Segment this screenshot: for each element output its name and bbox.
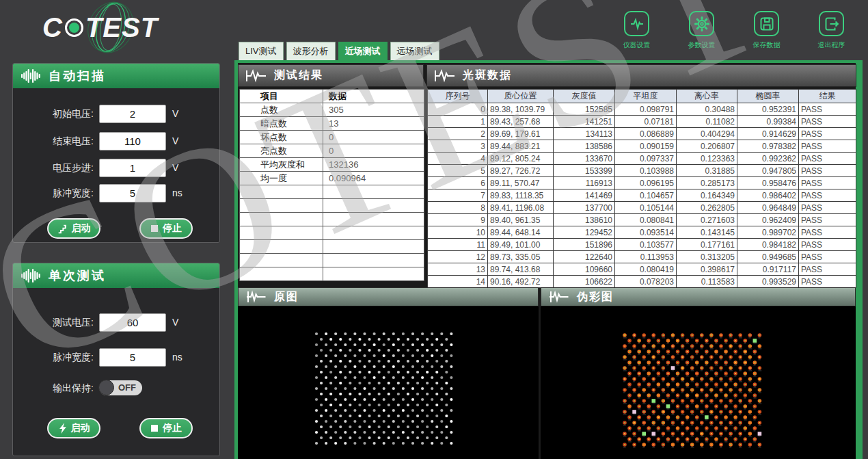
empty-cell <box>240 267 323 281</box>
spot-cell: 0.098791 <box>615 103 677 116</box>
start-label: 启动 <box>71 422 90 434</box>
toolbar-item-gear[interactable]: 参数设置 <box>669 11 734 50</box>
spot-table-row: 1089.44, 648.141294520.0935140.1431450.9… <box>428 226 856 239</box>
spot-cell: 116913 <box>554 177 615 189</box>
auto-scan-stop-button[interactable]: 停止 <box>139 218 193 239</box>
spot-cell: 134113 <box>554 128 615 140</box>
spot-cell: 0.164349 <box>677 189 737 202</box>
single-test-stop-button[interactable]: 停止 <box>139 418 193 438</box>
toolbar-item-label: 仪器设置 <box>623 40 651 50</box>
test-results-table: 项目数据点数305暗点数13坏点数0亮点数0平均灰度和132136均一度0.09… <box>239 89 424 281</box>
spot-cell: 7 <box>428 189 488 202</box>
field-row: 测试电压:V <box>13 313 219 332</box>
cell: 点数 <box>240 103 323 117</box>
field-label: 测试电压: <box>13 313 94 332</box>
cell: 0.090964 <box>323 172 424 185</box>
toolbar-item-pulse[interactable]: 仪器设置 <box>604 11 669 50</box>
table-row: 亮点数0 <box>240 144 424 158</box>
spot-cell: 122640 <box>554 251 615 263</box>
spot-data-table: 序列号质心位置灰度值平坦度离心率椭圆率结果 089.38, 1039.79152… <box>427 89 856 288</box>
spot-cell: 0.143145 <box>677 226 737 239</box>
toggle-knob[interactable] <box>98 380 114 395</box>
spot-cell: PASS <box>799 103 856 116</box>
steps-icon <box>57 224 68 234</box>
pulse-icon[interactable] <box>624 11 649 36</box>
spot-cell: 0.31885 <box>677 165 737 177</box>
tab-近场测试[interactable]: 近场测试 <box>338 42 388 60</box>
spot-cell: PASS <box>799 140 856 153</box>
field-input-2[interactable] <box>99 159 166 177</box>
field-row: 结束电压:V <box>13 132 219 150</box>
field-row: 脉冲宽度:ns <box>13 348 219 367</box>
spot-cell: PASS <box>799 128 856 140</box>
spot-header-cell: 平坦度 <box>615 90 677 103</box>
tab-波形分析[interactable]: 波形分析 <box>286 42 336 60</box>
empty-cell <box>240 185 323 199</box>
stop-label: 停止 <box>163 422 182 434</box>
spot-cell: 0.992362 <box>737 153 799 165</box>
spot-cell: 0.993529 <box>737 276 799 288</box>
field-input-3[interactable] <box>99 184 166 202</box>
spot-cell: 0.206807 <box>677 140 737 153</box>
spot-cell: 0.113583 <box>677 276 737 288</box>
field-input-1[interactable] <box>99 348 166 367</box>
spot-cell: 106622 <box>554 276 615 288</box>
auto-scan-header: 自动扫描 <box>13 64 219 88</box>
table-header-row: 项目数据 <box>240 90 424 103</box>
cell: 平均灰度和 <box>240 158 323 172</box>
empty-row <box>240 213 424 226</box>
spot-cell: PASS <box>799 263 856 276</box>
spot-cell: 89.41, 1196.08 <box>488 202 554 214</box>
spot-cell: 0.914629 <box>737 128 799 140</box>
field-unit: V <box>172 159 178 177</box>
spot-cell: 0.113953 <box>615 251 677 263</box>
exit-icon[interactable] <box>819 11 844 36</box>
spot-cell: PASS <box>799 202 856 214</box>
spot-cell: 0.947805 <box>737 165 799 177</box>
pulse-icon <box>245 289 267 305</box>
spot-cell: 89.44, 648.14 <box>488 226 554 239</box>
spot-cell: 0.949685 <box>737 251 799 263</box>
cell: 均一度 <box>240 172 323 185</box>
logo-text-c: C <box>42 12 63 43</box>
spot-cell: 0.917117 <box>737 263 799 276</box>
field-input-0[interactable] <box>99 313 166 332</box>
tab-LIV测试[interactable]: LIV测试 <box>239 42 284 60</box>
gear-icon[interactable] <box>689 11 714 36</box>
original-image-title: 原图 <box>274 290 299 304</box>
spot-cell: 153399 <box>554 165 615 177</box>
output-hold-toggle[interactable]: OFF <box>99 380 142 395</box>
field-unit: V <box>172 132 178 150</box>
spot-table-row: 1490.16, 492.721066220.0782030.1135830.9… <box>428 276 856 288</box>
spot-header-cell: 质心位置 <box>488 90 554 103</box>
save-icon[interactable] <box>754 11 779 36</box>
spot-header-cell: 椭圆率 <box>737 90 799 103</box>
field-input-1[interactable] <box>99 132 166 150</box>
spot-cell: 0.097337 <box>615 153 677 165</box>
spot-cell: 4 <box>428 153 488 165</box>
empty-cell <box>323 185 424 199</box>
table-row: 平均灰度和132136 <box>240 158 424 172</box>
spot-cell: 0.271603 <box>677 214 737 226</box>
cell: 305 <box>323 103 424 117</box>
field-input-0[interactable] <box>99 105 166 123</box>
toolbar-item-exit[interactable]: 退出程序 <box>799 11 864 50</box>
spot-header-cell: 结果 <box>799 90 856 103</box>
auto-scan-start-button[interactable]: 启动 <box>47 218 100 239</box>
auto-scan-panel: 自动扫描 初始电压:V结束电压:V电压步进:V脉冲宽度:ns 启动 停止 <box>12 63 220 243</box>
spot-cell: 2 <box>428 128 488 140</box>
field-row: 初始电压:V <box>13 105 219 123</box>
spot-cell: 89.73, 335.05 <box>488 251 554 263</box>
spot-cell: 89.69, 179.61 <box>488 128 554 140</box>
spot-cell: PASS <box>799 153 856 165</box>
single-test-start-button[interactable]: 启动 <box>47 418 100 438</box>
toolbar-item-save[interactable]: 保存数据 <box>734 11 799 50</box>
spot-cell: PASS <box>799 276 856 288</box>
field-label: 结束电压: <box>13 132 94 150</box>
field-unit: ns <box>172 184 182 202</box>
empty-row <box>240 185 424 199</box>
spot-cell: 89.38, 1039.79 <box>488 103 554 116</box>
empty-cell <box>323 267 424 281</box>
tab-远场测试[interactable]: 远场测试 <box>390 42 439 60</box>
spot-cell: 5 <box>428 165 488 177</box>
